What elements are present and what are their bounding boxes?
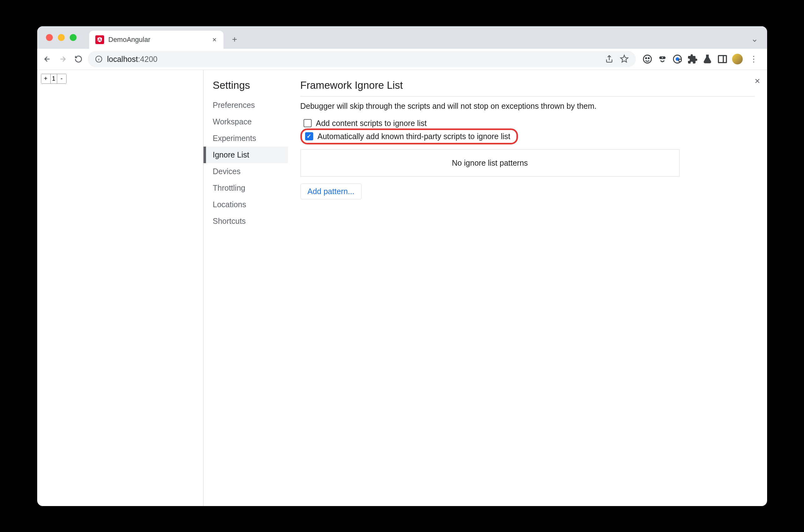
browser-tab[interactable]: DemoAngular	[89, 31, 224, 49]
panel-icon[interactable]	[717, 54, 728, 64]
patterns-list-empty: No ignore list patterns	[301, 149, 679, 177]
extension-icon-2[interactable]	[657, 54, 668, 64]
third-party-checkbox-row[interactable]: Automatically add known third-party scri…	[301, 129, 518, 145]
nav-locations[interactable]: Locations	[204, 196, 288, 213]
third-party-label: Automatically add known third-party scri…	[318, 132, 511, 141]
nav-ignore-list[interactable]: Ignore List	[204, 147, 288, 163]
settings-content: × Framework Ignore List Debugger will sk…	[288, 70, 767, 506]
angular-icon	[95, 35, 104, 44]
extension-icon-3[interactable]	[672, 54, 683, 64]
content-scripts-checkbox-row[interactable]: Add content scripts to ignore list	[301, 117, 754, 130]
extensions-icon[interactable]	[687, 54, 698, 64]
forward-button[interactable]	[57, 53, 69, 65]
checkbox-unchecked-icon[interactable]	[304, 119, 312, 127]
browser-window: DemoAngular + localhost:4200	[37, 26, 767, 506]
extension-icon-1[interactable]	[642, 54, 653, 64]
url-text: localhost:4200	[107, 55, 157, 64]
settings-nav: Preferences Workspace Experiments Ignore…	[204, 97, 288, 229]
svg-rect-10	[719, 56, 726, 63]
tab-bar: DemoAngular +	[37, 26, 767, 49]
minimize-window-button[interactable]	[58, 34, 65, 41]
maximize-window-button[interactable]	[70, 34, 77, 41]
add-pattern-button[interactable]: Add pattern...	[301, 184, 362, 200]
bookmark-icon[interactable]	[619, 54, 629, 64]
browser-menu-icon[interactable]: ⋮	[747, 54, 760, 64]
svg-point-3	[648, 58, 649, 58]
checkbox-checked-icon[interactable]	[305, 132, 313, 140]
share-icon[interactable]	[605, 54, 614, 64]
checkbox-group: Add content scripts to ignore list Autom…	[301, 117, 754, 145]
profile-avatar[interactable]	[732, 54, 743, 64]
reload-button[interactable]	[72, 53, 85, 65]
address-bar: localhost:4200 ⋮	[37, 49, 767, 70]
panel-title: Framework Ignore List	[301, 79, 754, 97]
close-tab-icon[interactable]	[212, 37, 217, 42]
close-window-button[interactable]	[46, 34, 53, 41]
close-settings-icon[interactable]: ×	[754, 76, 760, 86]
page-viewport: + 1 -	[37, 70, 204, 506]
nav-preferences[interactable]: Preferences	[204, 97, 288, 113]
counter-value: 1	[51, 74, 57, 83]
svg-point-2	[646, 58, 647, 58]
decrement-button[interactable]: -	[57, 74, 66, 83]
panel-description: Debugger will skip through the scripts a…	[301, 101, 754, 111]
devtools-settings-panel: Settings Preferences Workspace Experimen…	[204, 70, 767, 506]
toolbar-extensions: ⋮	[639, 54, 763, 64]
settings-heading: Settings	[204, 79, 288, 97]
counter-widget: + 1 -	[41, 74, 66, 84]
tabs-menu-icon[interactable]	[748, 34, 761, 49]
nav-workspace[interactable]: Workspace	[204, 113, 288, 130]
info-icon[interactable]	[95, 55, 103, 63]
settings-sidebar: Settings Preferences Workspace Experimen…	[204, 70, 288, 506]
nav-shortcuts[interactable]: Shortcuts	[204, 213, 288, 229]
window-controls	[37, 26, 85, 49]
labs-icon[interactable]	[702, 54, 713, 64]
new-tab-button[interactable]: +	[229, 34, 241, 45]
nav-experiments[interactable]: Experiments	[204, 130, 288, 147]
content-area: + 1 - Settings Preferences Workspace Exp…	[37, 70, 767, 506]
svg-point-9	[678, 59, 682, 62]
address-field[interactable]: localhost:4200	[88, 51, 636, 67]
svg-point-1	[643, 55, 651, 63]
tab-title: DemoAngular	[109, 36, 207, 44]
content-scripts-label: Add content scripts to ignore list	[316, 119, 427, 128]
back-button[interactable]	[41, 53, 54, 65]
increment-button[interactable]: +	[41, 74, 51, 83]
nav-throttling[interactable]: Throttling	[204, 180, 288, 196]
nav-devices[interactable]: Devices	[204, 163, 288, 180]
